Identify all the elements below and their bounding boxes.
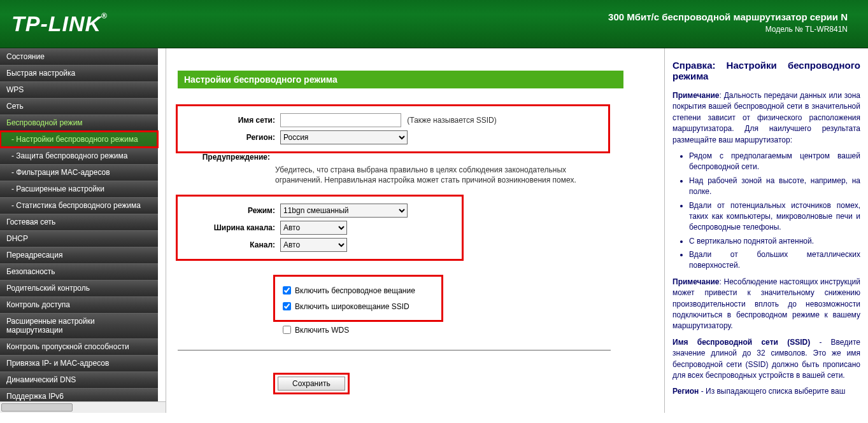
sidebar-item[interactable]: - Фильтрация MAC-адресов bbox=[0, 164, 158, 181]
broadcast-checkbox[interactable] bbox=[283, 286, 291, 295]
help-list-item: С вертикально поднятой антенной. bbox=[689, 236, 860, 247]
product-title: 300 Мбит/с беспроводной маршрутизатор се… bbox=[608, 11, 848, 22]
sidebar-item[interactable]: Контроль доступа bbox=[0, 296, 158, 313]
sidebar-item[interactable]: Родительский контроль bbox=[0, 280, 158, 296]
sidebar-item[interactable]: Беспроводной режим bbox=[0, 114, 158, 131]
sidebar-item[interactable]: Контроль пропускной способности bbox=[0, 338, 158, 355]
broadcast-label: Включить беспроводное вещание bbox=[295, 286, 415, 295]
help-list-item: Рядом с предполагаемым центром вашей бес… bbox=[689, 151, 860, 173]
chwidth-label: Ширина канала: bbox=[183, 223, 280, 232]
mode-label: Режим: bbox=[183, 206, 280, 215]
brand-text: TP-LINK bbox=[11, 11, 101, 36]
sidebar-item[interactable]: - Настройки беспроводного режима bbox=[0, 131, 158, 148]
help-note-2: Примечание: Несоблюдение настоящих инстр… bbox=[672, 277, 860, 332]
sidebar-item[interactable]: Быстрая настройка bbox=[0, 65, 158, 81]
help-region: Регион - Из выпадающего списка выберите … bbox=[672, 386, 860, 397]
channel-select[interactable]: Авто bbox=[280, 238, 347, 252]
sidebar-item[interactable]: DHCP bbox=[0, 230, 158, 247]
mode-select[interactable]: 11bgn смешанный bbox=[280, 204, 408, 218]
region-label: Регион: bbox=[183, 133, 280, 142]
help-ssid: Имя беспроводной сети (SSID) - Введите з… bbox=[672, 337, 860, 382]
help-list: Рядом с предполагаемым центром вашей бес… bbox=[672, 151, 860, 272]
channel-label: Канал: bbox=[183, 240, 280, 249]
ssid-broadcast-checkbox[interactable] bbox=[283, 302, 291, 310]
help-panel[interactable]: Справка: Настройки беспроводного режима … bbox=[664, 48, 868, 413]
ssid-label: Имя сети: bbox=[183, 116, 280, 125]
help-list-item: Над рабочей зоной на высоте, например, н… bbox=[689, 176, 860, 198]
warning-label: Предупреждение: bbox=[178, 153, 275, 162]
sidebar-item[interactable]: Привязка IP- и MAC-адресов bbox=[0, 355, 158, 371]
header-product-block: 300 Мбит/с беспроводной маршрутизатор се… bbox=[608, 11, 848, 34]
wds-checkbox[interactable] bbox=[283, 326, 291, 334]
chwidth-select[interactable]: Авто bbox=[280, 221, 347, 235]
region-select[interactable]: Россия bbox=[280, 130, 408, 144]
sidebar-item[interactable]: - Защита беспроводного режима bbox=[0, 148, 158, 164]
ssid-hint: (Также называется SSID) bbox=[407, 116, 496, 125]
main-content[interactable]: Настройки беспроводного режима Имя сети:… bbox=[166, 48, 664, 413]
sidebar-h-scrollbar[interactable] bbox=[0, 401, 166, 413]
sidebar-item[interactable]: Состояние bbox=[0, 48, 158, 65]
sidebar-item[interactable]: WPS bbox=[0, 81, 158, 98]
highlight-save: Сохранить bbox=[275, 375, 348, 392]
save-button[interactable]: Сохранить bbox=[278, 377, 345, 391]
sidebar-item[interactable]: Расширенные настройки маршрутизации bbox=[0, 313, 158, 338]
brand-logo: TP-LINK® bbox=[11, 11, 108, 36]
warning-text: Убедитесь, что страна выбрана правильно … bbox=[275, 165, 611, 185]
page-title: Настройки беспроводного режима bbox=[178, 71, 623, 88]
help-note-1: Примечание: Дальность передачи данных ил… bbox=[672, 90, 860, 146]
highlight-section-network: Имя сети: (Также называется SSID) Регион… bbox=[178, 106, 608, 151]
sidebar-item[interactable]: Переадресация bbox=[0, 247, 158, 263]
trademark: ® bbox=[101, 11, 108, 20]
sidebar-item[interactable]: Гостевая сеть bbox=[0, 214, 158, 230]
help-title: Справка: Настройки беспроводного режима bbox=[672, 60, 860, 81]
help-list-item: Вдали от больших металлических поверхнос… bbox=[689, 249, 860, 272]
header: TP-LINK® 300 Мбит/с беспроводной маршрут… bbox=[0, 0, 868, 48]
sidebar-item[interactable]: Безопасность bbox=[0, 263, 158, 280]
sidebar-item[interactable]: - Расширенные настройки bbox=[0, 181, 158, 197]
sidebar[interactable]: СостояниеБыстрая настройкаWPSСетьБеспров… bbox=[0, 48, 166, 413]
ssid-input[interactable] bbox=[280, 113, 401, 127]
wds-label: Включить WDS bbox=[295, 326, 349, 335]
highlight-section-mode: Режим: 11bgn смешанный Ширина канала: Ав… bbox=[178, 197, 462, 259]
sidebar-item[interactable]: - Статистика беспроводного режима bbox=[0, 197, 158, 214]
sidebar-item[interactable]: Сеть bbox=[0, 98, 158, 114]
ssid-broadcast-label: Включить широковещание SSID bbox=[295, 302, 409, 311]
highlight-section-checks: Включить беспроводное вещание Включить ш… bbox=[275, 277, 441, 320]
help-list-item: Вдали от потенциальных источников помех,… bbox=[689, 200, 860, 233]
model-number: Модель № TL-WR841N bbox=[608, 25, 848, 34]
sidebar-item[interactable]: Динамический DNS bbox=[0, 371, 158, 388]
